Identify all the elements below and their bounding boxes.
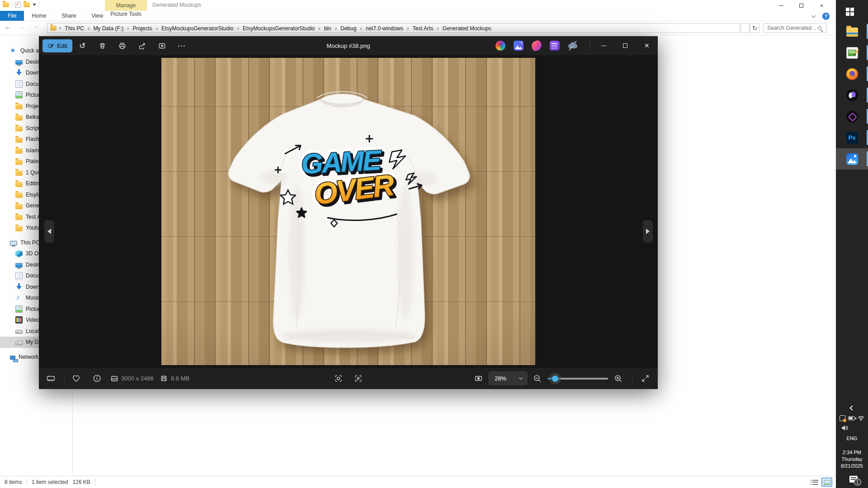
favorite-button[interactable] [72,368,80,389]
items-count: 8 items [0,479,27,485]
breadcrumb-item[interactable]: EtsyMockupsGeneratorStudio [160,24,241,33]
sidebar-item-icon [15,115,23,121]
photos-minimize-button[interactable] [594,36,614,55]
designer-icon[interactable] [514,41,524,51]
breadcrumb-item[interactable]: Test Arts [410,24,440,33]
zoom-slider[interactable] [548,378,608,380]
taskbar-app-icon: Ps [846,132,858,144]
new-folder-icon[interactable] [24,2,30,7]
taskbar-app[interactable]: Ps [836,127,868,148]
taskbar-app[interactable] [836,42,868,63]
share-button[interactable] [134,38,150,53]
breadcrumb-item[interactable]: bin [322,24,339,33]
breadcrumb-item[interactable]: This PC [63,24,91,33]
explorer-minimize-button[interactable] [771,0,791,11]
forward-button[interactable]: → [18,23,26,30]
clock[interactable]: 2:34 PM Thursday 8/21/2025 [841,449,863,469]
print-button[interactable] [114,38,130,53]
breadcrumb-item[interactable]: Debug [339,24,364,33]
filmstrip-toggle-button[interactable] [46,368,56,389]
sidebar-item-icon [15,294,23,301]
ribbon-tabs: File Home Share View Picture Tools ? [0,11,836,21]
delete-button[interactable] [94,38,110,53]
fullscreen-button[interactable] [641,368,650,389]
actual-size-button[interactable] [474,368,483,389]
tab-share[interactable]: Share [54,11,84,21]
taskbar-app[interactable] [836,148,868,169]
system-tray: ENG 2:34 PM Thursday 8/21/2025 1 [836,406,868,488]
show-hidden-icons-chevron[interactable] [849,405,854,410]
details-view-button[interactable] [809,478,820,487]
photo-canvas: GAME OVER GAME OVER GAME OVER [39,55,658,368]
explorer-app-icon [3,2,9,7]
tab-picture-tools[interactable]: Picture Tools [105,11,147,17]
next-photo-button[interactable] [643,220,653,243]
tab-home[interactable]: Home [24,11,54,21]
more-options-button[interactable]: ⋯ [174,38,189,53]
photos-maximize-button[interactable] [615,36,635,55]
date: 8/21/2025 [841,463,863,469]
taskbar-app[interactable] [836,63,868,84]
file-info-button[interactable] [93,368,101,389]
text-extract-button[interactable] [354,368,363,389]
notification-badge: 1 [854,479,861,486]
taskbar-app[interactable] [836,21,868,42]
battery-icon[interactable] [848,416,855,420]
sidebar-item-icon [15,341,23,345]
photos-close-button[interactable]: ✕ [637,36,657,55]
tab-file[interactable]: File [0,11,24,21]
thumbnail-view-button[interactable] [821,478,832,487]
start-button[interactable] [836,3,868,21]
sidebar-item-icon [15,104,23,109]
sidebar-item-icon [15,305,23,313]
zoom-out-button[interactable] [533,368,542,389]
breadcrumb-item[interactable]: net7.0-windows [364,24,411,33]
zoom-slider-thumb[interactable] [552,375,558,382]
zoom-level-dropdown[interactable]: 28% [488,371,528,385]
wifi-icon[interactable] [858,415,864,421]
explorer-close-button[interactable]: × [811,0,832,11]
copilot-icon[interactable] [495,41,505,51]
search-input[interactable] [764,25,818,31]
refresh-icon[interactable]: ↻ [750,23,760,33]
taskbar-app-icon [846,68,858,80]
taskbar-app[interactable] [836,106,868,127]
volume-icon[interactable] [841,425,849,431]
expand-ribbon-icon[interactable] [811,13,816,18]
zoom-in-button[interactable] [614,368,623,389]
taskbar-app[interactable] [836,84,868,106]
breadcrumb-item[interactable]: Generated Mockups [441,24,493,33]
image-creator-icon[interactable] [531,40,542,52]
visual-search-button[interactable] [334,368,343,389]
tshirt-mockup-graphic: GAME OVER GAME OVER GAME OVER [161,58,535,365]
explorer-maximize-button[interactable] [791,0,811,11]
previous-photo-button[interactable] [44,220,54,243]
rotate-button[interactable]: ↺ [75,38,90,53]
notification-center-button[interactable]: 1 [849,476,858,483]
onedrive-disabled-icon[interactable] [568,41,578,51]
zoom-out-icon [533,374,542,383]
back-button[interactable]: ← [4,23,12,30]
recent-locations-icon[interactable] [32,23,40,30]
address-folder-icon[interactable] [50,24,63,32]
edit-button[interactable]: Edit [42,39,72,52]
sidebar-item-icon [15,170,23,176]
tray-app-icon[interactable] [840,415,845,421]
manage-contextual-tab[interactable]: Manage [105,0,147,11]
clipchamp-icon[interactable] [550,41,560,51]
breadcrumb-item[interactable]: My Data (F:) [91,24,131,33]
properties-icon[interactable] [15,2,21,8]
address-bar[interactable]: This PCMy Data (F:)ProjectsEtsyMockupsGe… [47,23,740,33]
search-icon[interactable] [818,26,821,30]
address-dropdown-icon[interactable] [741,23,750,33]
slideshow-button[interactable] [154,38,170,53]
help-icon[interactable]: ? [822,13,830,20]
taskbar-app-icon [846,111,858,122]
breadcrumb-item[interactable]: Projects [131,24,160,33]
status-bar: 8 items 1 item selected 126 KB [0,476,836,488]
breadcrumb-item[interactable]: EtsyMockupsGeneratorStudio [241,24,322,33]
customize-toolbar-icon[interactable] [33,4,36,6]
share-icon [138,42,146,50]
language-indicator[interactable]: ENG [847,436,858,441]
photo-mockup-image[interactable]: GAME OVER GAME OVER GAME OVER [161,58,535,365]
